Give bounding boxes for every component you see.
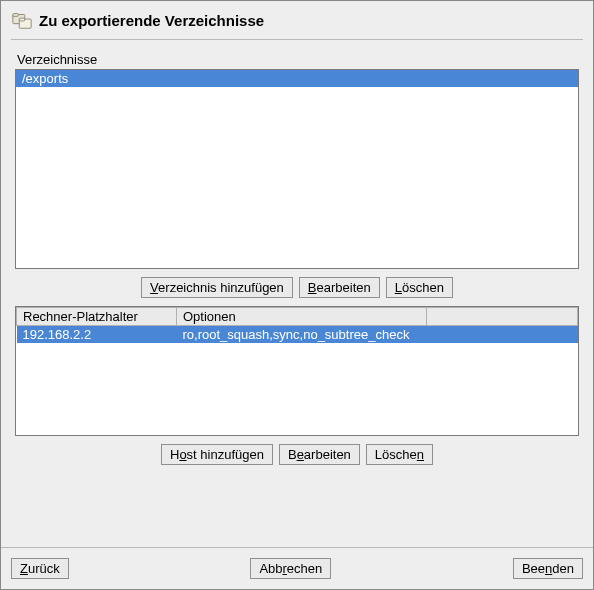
directory-row[interactable]: /exports [16,70,578,87]
directories-listbox[interactable]: /exports [15,69,579,269]
edit-host-button[interactable]: Bearbeiten [279,444,360,465]
add-host-button[interactable]: Host hinzufügen [161,444,273,465]
add-directory-button[interactable]: Verzeichnis hinzufügen [141,277,293,298]
host-row[interactable]: 192.168.2.2ro,root_squash,sync,no_subtre… [17,326,578,344]
hosts-table[interactable]: Rechner-Platzhalter Optionen 192.168.2.2… [16,307,578,343]
svg-rect-1 [13,14,19,17]
delete-directory-button[interactable]: Löschen [386,277,453,298]
cancel-button[interactable]: Abbrechen [250,558,331,579]
column-header-options[interactable]: Optionen [177,308,427,326]
delete-host-button[interactable]: Löschen [366,444,433,465]
export-folders-icon [11,9,33,31]
edit-directory-button[interactable]: Bearbeiten [299,277,380,298]
options-cell: ro,root_squash,sync,no_subtree_check [177,326,427,344]
column-header-host[interactable]: Rechner-Platzhalter [17,308,177,326]
empty-cell [427,326,578,344]
directories-label: Verzeichnisse [17,52,579,67]
divider [11,39,583,40]
svg-rect-3 [19,18,25,21]
hosts-table-container[interactable]: Rechner-Platzhalter Optionen 192.168.2.2… [15,306,579,436]
column-header-empty [427,308,578,326]
dialog-title: Zu exportierende Verzeichnisse [39,12,264,29]
host-cell: 192.168.2.2 [17,326,177,344]
back-button[interactable]: Zurück [11,558,69,579]
finish-button[interactable]: Beenden [513,558,583,579]
